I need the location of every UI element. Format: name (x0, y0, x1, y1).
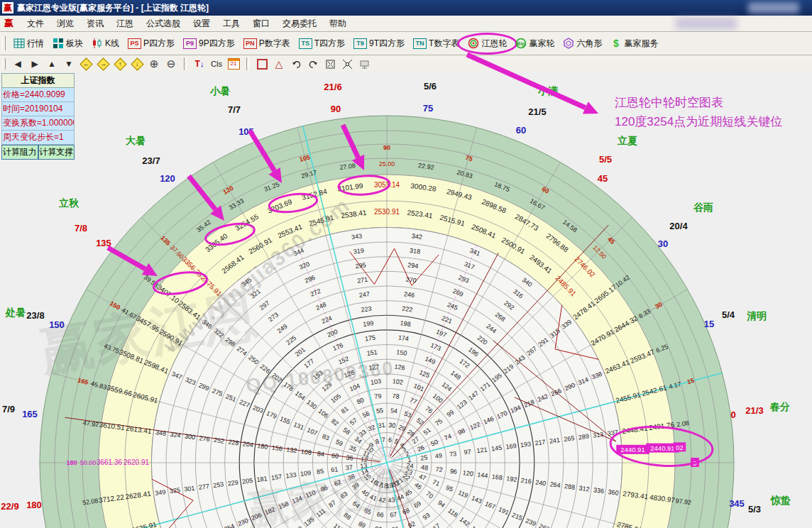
ts-badge: TS (299, 38, 312, 49)
blocks-icon (53, 38, 64, 49)
diamond-right-icon[interactable]: → (94, 57, 111, 71)
window-title: 赢家江恩专业版[赢家服务平台] - [上证指数 江恩轮] (17, 2, 209, 14)
toolbar-item-K线[interactable]: K线 (87, 36, 124, 51)
menu-item-8[interactable]: 交易委托 (276, 17, 323, 30)
toolbar-item-label: 赢家轮 (529, 38, 554, 50)
menu-blur-patch (676, 17, 737, 30)
kline-icon (92, 38, 103, 49)
app-logo-icon: 赢 (2, 2, 13, 13)
app-window: { "window": {"title": "赢家江恩专业版[赢家服务平台] -… (0, 0, 812, 528)
toolbar-item-label: 9P四方形 (199, 38, 235, 50)
toolbar-item-label: P四方形 (143, 38, 175, 50)
zoom-out-icon[interactable]: ⊖ (163, 57, 180, 71)
p9-badge: P9 (183, 38, 197, 49)
dollar-icon: $ (610, 38, 622, 49)
drawing-toolbar: ◀▶▲▼←→↑↓⊕⊖T↓Cls21△ (0, 55, 812, 73)
tn-badge: TN (413, 38, 427, 49)
rotate-ccw-icon[interactable] (287, 57, 304, 71)
menu-item-1[interactable]: 浏览 (50, 17, 80, 30)
ps-badge: PS (128, 38, 141, 49)
toolbar-grip[interactable] (2, 36, 6, 51)
toolbar-item-label: P数字表 (259, 38, 290, 50)
menu-item-7[interactable]: 窗口 (246, 17, 276, 30)
shrink-icon[interactable] (339, 57, 356, 71)
title-bar: 赢 赢家江恩专业版[赢家服务平台] - [上证指数 江恩轮] (0, 0, 812, 16)
menu-item-0[interactable]: 文件 (21, 17, 50, 30)
panel-row-0: 价格=2440.9099 (1, 88, 75, 102)
calc-support-button[interactable]: 计算支撑 (38, 145, 75, 160)
toolbar-item-label: 9T四方形 (369, 38, 405, 50)
toolbar-item-T数字表[interactable]: TNT数字表 (409, 36, 463, 51)
window-controls-blur[interactable] (748, 2, 799, 13)
t9-badge: T9 (353, 38, 367, 49)
toolbar-item-P四方形[interactable]: PSP四方形 (124, 36, 179, 51)
gann-wheel-chart-area[interactable] (0, 72, 812, 528)
projector-icon[interactable] (356, 57, 373, 71)
toolbar-separator (184, 57, 187, 70)
diamond-up-icon[interactable]: ↑ (111, 57, 128, 71)
t-down-icon[interactable]: T↓ (191, 57, 208, 71)
pn-badge: PN (243, 38, 257, 49)
grid-icon (13, 38, 25, 49)
toolbar-item-P数字表[interactable]: PNP数字表 (239, 36, 295, 51)
menu-item-2[interactable]: 资讯 (80, 17, 110, 30)
toolbar-item-label: T四方形 (314, 38, 345, 50)
toolbar-item-label: 行情 (27, 38, 44, 50)
calendar-icon[interactable]: 21 (225, 57, 242, 71)
menu-item-6[interactable]: 工具 (216, 17, 246, 30)
toolbar-item-板块[interactable]: 板块 (48, 36, 87, 51)
diamond-left-icon[interactable]: ← (77, 57, 94, 71)
toolbar-item-label: 赢家服务 (624, 38, 658, 50)
rect-tool-icon[interactable] (253, 57, 270, 71)
nav-forward-icon[interactable]: ▶ (26, 57, 43, 71)
toolbar-item-label: 六角形 (576, 38, 602, 50)
toolbar-item-label: 板块 (66, 38, 83, 50)
toolbar-item-label: K线 (105, 38, 119, 50)
toolbar-item-label: 江恩轮 (481, 38, 507, 50)
expand-icon[interactable] (322, 57, 339, 71)
winner-wheel-icon: Big (515, 38, 527, 49)
main-toolbar: 行情板块K线PSP四方形P99P四方形PNP数字表TST四方形T99T四方形TN… (0, 32, 812, 55)
toolbar-grip[interactable] (2, 58, 6, 70)
menu-item-4[interactable]: 公式选股 (140, 17, 187, 30)
toolbar-item-江恩轮[interactable]: 江恩轮 (463, 36, 511, 51)
gann-wheel-icon (468, 38, 479, 49)
menu-item-3[interactable]: 江恩 (110, 17, 140, 30)
nav-down-icon[interactable]: ▼ (60, 57, 77, 71)
calc-resistance-button[interactable]: 计算阻力 (1, 145, 38, 160)
toolbar-item-9T四方形[interactable]: T99T四方形 (349, 36, 409, 51)
toolbar-item-六角形[interactable]: 六角形 (559, 36, 606, 51)
svg-text:Big: Big (517, 41, 525, 47)
diamond-down-icon[interactable]: ↓ (128, 57, 146, 71)
cls-button[interactable]: Cls (208, 57, 225, 71)
triangle-tool-icon[interactable]: △ (270, 57, 287, 71)
panel-row-2: 变换系数=1.000000 (1, 116, 75, 131)
toolbar-item-赢家轮[interactable]: Big赢家轮 (511, 36, 559, 51)
nav-up-icon[interactable]: ▲ (43, 57, 60, 71)
index-info-panel: 上证指数 价格=2440.9099时间=20190104变换系数=1.00000… (1, 73, 75, 160)
menu-item-5[interactable]: 设置 (187, 17, 216, 30)
toolbar-separator (246, 57, 249, 70)
toolbar-item-T四方形[interactable]: TST四方形 (295, 36, 349, 51)
toolbar-item-行情[interactable]: 行情 (9, 36, 48, 51)
hexagon-icon (563, 38, 574, 49)
zoom-in-icon[interactable]: ⊕ (146, 57, 163, 71)
panel-row-3: 周天变化步长=1 (1, 131, 75, 145)
toolbar-item-label: T数字表 (429, 38, 459, 50)
menu-bar: 赢 文件浏览资讯江恩公式选股设置工具窗口交易委托帮助 (0, 16, 812, 32)
menu-item-9[interactable]: 帮助 (323, 17, 353, 30)
panel-row-1: 时间=20190104 (1, 102, 75, 116)
svg-text:$: $ (614, 38, 620, 49)
nav-back-icon[interactable]: ◀ (9, 57, 26, 71)
index-name-tab[interactable]: 上证指数 (1, 73, 75, 88)
toolbar-item-赢家服务[interactable]: $赢家服务 (606, 36, 662, 51)
toolbar-item-9P四方形[interactable]: P99P四方形 (179, 36, 239, 51)
menu-logo-icon: 赢 (4, 17, 13, 30)
rotate-cw-icon[interactable] (304, 57, 322, 71)
